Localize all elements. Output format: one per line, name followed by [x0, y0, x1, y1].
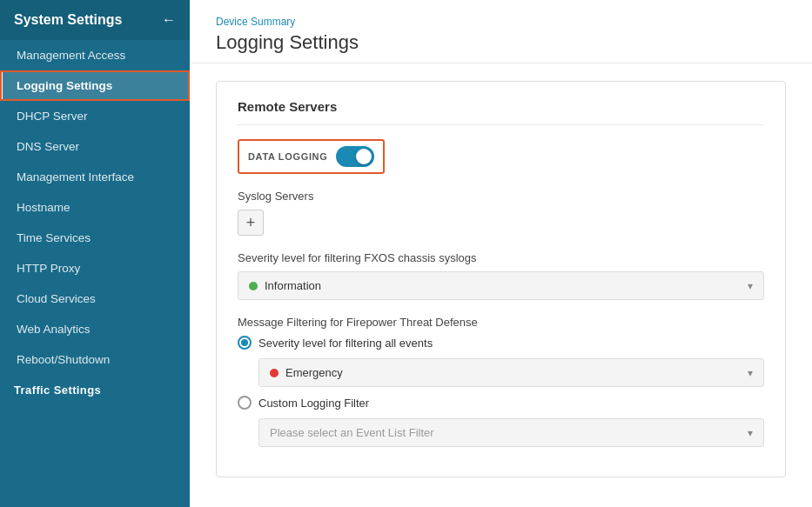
radio-severity-all-events[interactable]: Severity level for filtering all events	[238, 336, 764, 350]
sidebar-item-dhcp-server[interactable]: DHCP Server	[0, 101, 190, 131]
page-title: Logging Settings	[216, 31, 786, 54]
sidebar-item-management-access[interactable]: Management Access	[0, 40, 190, 70]
severity-dropdown[interactable]: Information ▾	[238, 271, 764, 300]
radio-severity-label: Severity level for filtering all events	[258, 337, 433, 350]
severity-label: Severity level for filtering FXOS chassi…	[238, 251, 764, 264]
sidebar-nav: Management AccessLogging SettingsDHCP Se…	[0, 40, 190, 375]
data-logging-toggle[interactable]	[336, 146, 374, 167]
radio-custom-filter[interactable]: Custom Logging Filter	[238, 396, 764, 410]
sidebar-item-hostname[interactable]: Hostname	[0, 192, 190, 223]
severity-row: Severity level for filtering FXOS chassi…	[238, 251, 764, 300]
event-list-filter-dropdown[interactable]: Please select an Event List Filter ▾	[258, 418, 764, 447]
section-title: Remote Servers	[238, 99, 764, 125]
event-list-filter-row: Please select an Event List Filter ▾	[258, 418, 764, 447]
sidebar-item-logging-settings[interactable]: Logging Settings	[0, 70, 190, 101]
radio-custom-circle	[238, 396, 252, 410]
emergency-dot-red	[270, 369, 278, 377]
emergency-dropdown-value: Emergency	[270, 366, 343, 379]
main-panel: Device Summary Logging Settings Remote S…	[190, 0, 812, 507]
message-filtering-label: Message Filtering for Firepower Threat D…	[238, 316, 764, 329]
remote-servers-card: Remote Servers DATA LOGGING Syslog Serve…	[216, 81, 786, 477]
sidebar-item-reboot-shutdown[interactable]: Reboot/Shutdown	[0, 344, 190, 375]
add-syslog-button[interactable]: +	[238, 210, 264, 236]
severity-value-text: Information	[265, 279, 321, 292]
breadcrumb[interactable]: Device Summary	[216, 16, 786, 28]
sidebar-item-cloud-services[interactable]: Cloud Services	[0, 284, 190, 314]
traffic-settings-header: Traffic Settings	[0, 375, 190, 402]
event-list-filter-chevron-icon: ▾	[748, 427, 753, 439]
sidebar-item-web-analytics[interactable]: Web Analytics	[0, 314, 190, 344]
radio-severity-circle	[238, 336, 252, 350]
content-area: Remote Servers DATA LOGGING Syslog Serve…	[190, 63, 812, 495]
radio-custom-label: Custom Logging Filter	[258, 397, 369, 410]
severity-dot-green	[249, 282, 258, 290]
sidebar-item-dns-server[interactable]: DNS Server	[0, 131, 190, 162]
sidebar: System Settings ← Management AccessLoggi…	[0, 0, 190, 507]
emergency-dropdown[interactable]: Emergency ▾	[258, 358, 764, 387]
back-arrow-icon[interactable]: ←	[162, 12, 176, 28]
sidebar-item-http-proxy[interactable]: HTTP Proxy	[0, 253, 190, 284]
event-list-filter-placeholder: Please select an Event List Filter	[270, 426, 434, 439]
sidebar-title: System Settings	[14, 12, 122, 28]
sidebar-header: System Settings ←	[0, 0, 190, 40]
message-filtering-options: Severity level for filtering all events …	[238, 336, 764, 447]
data-logging-toggle-row[interactable]: DATA LOGGING	[238, 139, 385, 174]
severity-dropdown-value: Information	[249, 279, 321, 292]
main-header: Device Summary Logging Settings	[190, 0, 812, 63]
severity-chevron-icon: ▾	[748, 280, 753, 292]
data-logging-label: DATA LOGGING	[248, 151, 327, 162]
emergency-value-text: Emergency	[285, 366, 343, 379]
sidebar-item-management-interface[interactable]: Management Interface	[0, 162, 190, 192]
radio-severity-inner	[241, 339, 248, 346]
syslog-servers-label: Syslog Servers	[238, 190, 764, 203]
emergency-dropdown-row: Emergency ▾	[258, 358, 764, 387]
emergency-chevron-icon: ▾	[748, 367, 753, 379]
sidebar-item-time-services[interactable]: Time Services	[0, 223, 190, 253]
